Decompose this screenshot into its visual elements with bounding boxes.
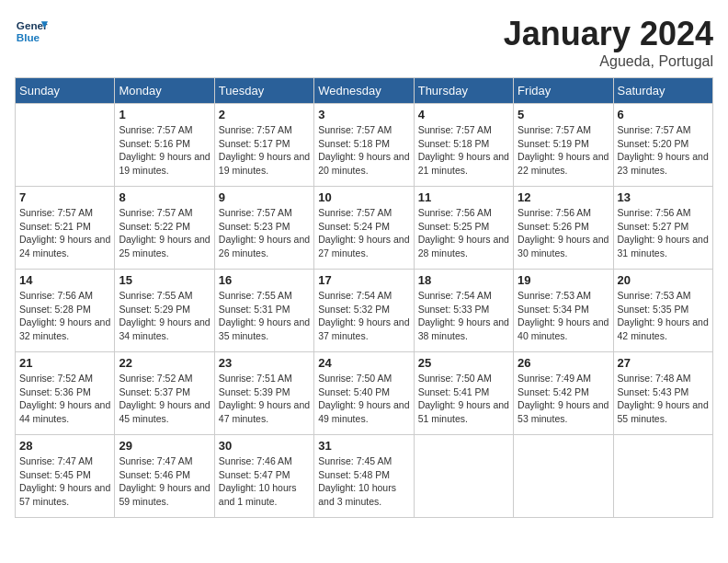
day-info: Sunrise: 7:57 AMSunset: 5:17 PMDaylight:… [219,123,310,178]
day-info: Sunrise: 7:57 AMSunset: 5:19 PMDaylight:… [518,123,609,178]
calendar-cell: 10Sunrise: 7:57 AMSunset: 5:24 PMDayligh… [314,187,414,270]
day-number: 6 [618,108,709,121]
day-info: Sunrise: 7:53 AMSunset: 5:35 PMDaylight:… [618,289,709,343]
logo-icon: General Blue [15,15,48,48]
day-number: 29 [119,439,210,453]
day-number: 7 [19,190,110,204]
calendar-cell: 7Sunrise: 7:57 AMSunset: 5:21 PMDaylight… [16,187,115,270]
day-number: 25 [418,356,509,370]
day-number: 19 [518,273,609,287]
day-info: Sunrise: 7:54 AMSunset: 5:32 PMDaylight:… [318,289,409,343]
calendar-cell: 24Sunrise: 7:50 AMSunset: 5:40 PMDayligh… [314,352,414,435]
calendar-cell [16,104,115,187]
calendar-cell: 26Sunrise: 7:49 AMSunset: 5:42 PMDayligh… [514,352,613,435]
day-number: 17 [318,273,409,287]
page-header: General Blue January 2024 Agueda, Portug… [15,15,713,70]
calendar-cell: 11Sunrise: 7:56 AMSunset: 5:25 PMDayligh… [414,187,513,270]
day-info: Sunrise: 7:57 AMSunset: 5:18 PMDaylight:… [418,123,509,178]
day-info: Sunrise: 7:56 AMSunset: 5:28 PMDaylight:… [19,289,110,343]
day-info: Sunrise: 7:51 AMSunset: 5:39 PMDaylight:… [219,372,310,426]
day-number: 16 [219,273,310,287]
day-info: Sunrise: 7:55 AMSunset: 5:29 PMDaylight:… [119,289,210,343]
calendar-week-row: 14Sunrise: 7:56 AMSunset: 5:28 PMDayligh… [16,270,713,352]
calendar-cell: 21Sunrise: 7:52 AMSunset: 5:36 PMDayligh… [16,352,115,435]
calendar-cell: 2Sunrise: 7:57 AMSunset: 5:17 PMDaylight… [214,104,313,187]
day-info: Sunrise: 7:57 AMSunset: 5:22 PMDaylight:… [119,206,210,260]
day-number: 10 [318,190,409,204]
col-tuesday: Tuesday [214,78,313,104]
day-info: Sunrise: 7:52 AMSunset: 5:36 PMDaylight:… [19,372,110,426]
calendar-cell: 13Sunrise: 7:56 AMSunset: 5:27 PMDayligh… [613,187,712,270]
day-info: Sunrise: 7:46 AMSunset: 5:47 PMDaylight:… [219,454,310,509]
day-info: Sunrise: 7:57 AMSunset: 5:16 PMDaylight:… [119,123,210,178]
day-number: 28 [19,439,110,453]
location: Agueda, Portugal [504,53,713,70]
calendar-week-row: 1Sunrise: 7:57 AMSunset: 5:16 PMDaylight… [16,104,713,187]
calendar-cell: 16Sunrise: 7:55 AMSunset: 5:31 PMDayligh… [214,270,313,352]
calendar-cell: 12Sunrise: 7:56 AMSunset: 5:26 PMDayligh… [514,187,613,270]
calendar-cell: 31Sunrise: 7:45 AMSunset: 5:48 PMDayligh… [314,435,414,518]
day-info: Sunrise: 7:47 AMSunset: 5:46 PMDaylight:… [119,454,210,509]
day-number: 20 [618,273,709,287]
calendar-week-row: 21Sunrise: 7:52 AMSunset: 5:36 PMDayligh… [16,352,713,435]
day-number: 18 [418,273,509,287]
day-info: Sunrise: 7:57 AMSunset: 5:23 PMDaylight:… [219,206,310,260]
day-number: 8 [119,190,210,204]
day-info: Sunrise: 7:56 AMSunset: 5:26 PMDaylight:… [518,206,609,260]
day-info: Sunrise: 7:50 AMSunset: 5:41 PMDaylight:… [418,372,509,426]
day-number: 12 [518,190,609,204]
day-number: 4 [418,108,509,121]
col-monday: Monday [115,78,214,104]
day-info: Sunrise: 7:47 AMSunset: 5:45 PMDaylight:… [19,454,110,509]
calendar-cell: 8Sunrise: 7:57 AMSunset: 5:22 PMDaylight… [115,187,214,270]
calendar-cell: 1Sunrise: 7:57 AMSunset: 5:16 PMDaylight… [115,104,214,187]
calendar-cell: 15Sunrise: 7:55 AMSunset: 5:29 PMDayligh… [115,270,214,352]
col-sunday: Sunday [16,78,115,104]
calendar-cell: 27Sunrise: 7:48 AMSunset: 5:43 PMDayligh… [613,352,712,435]
day-info: Sunrise: 7:57 AMSunset: 5:20 PMDaylight:… [618,123,709,178]
day-info: Sunrise: 7:57 AMSunset: 5:24 PMDaylight:… [318,206,409,260]
calendar-cell: 4Sunrise: 7:57 AMSunset: 5:18 PMDaylight… [414,104,513,187]
calendar-cell: 23Sunrise: 7:51 AMSunset: 5:39 PMDayligh… [214,352,313,435]
calendar-cell: 25Sunrise: 7:50 AMSunset: 5:41 PMDayligh… [414,352,513,435]
day-number: 30 [219,439,310,453]
day-info: Sunrise: 7:50 AMSunset: 5:40 PMDaylight:… [318,372,409,426]
day-info: Sunrise: 7:52 AMSunset: 5:37 PMDaylight:… [119,372,210,426]
calendar-cell: 17Sunrise: 7:54 AMSunset: 5:32 PMDayligh… [314,270,414,352]
calendar-cell: 14Sunrise: 7:56 AMSunset: 5:28 PMDayligh… [16,270,115,352]
day-number: 21 [19,356,110,370]
day-number: 9 [219,190,310,204]
day-number: 5 [518,108,609,121]
day-info: Sunrise: 7:56 AMSunset: 5:27 PMDaylight:… [618,206,709,260]
day-info: Sunrise: 7:55 AMSunset: 5:31 PMDaylight:… [219,289,310,343]
day-info: Sunrise: 7:48 AMSunset: 5:43 PMDaylight:… [618,372,709,426]
calendar-week-row: 7Sunrise: 7:57 AMSunset: 5:21 PMDaylight… [16,187,713,270]
calendar-cell: 9Sunrise: 7:57 AMSunset: 5:23 PMDaylight… [214,187,313,270]
svg-text:Blue: Blue [17,31,40,43]
month-title: January 2024 [504,15,713,53]
day-info: Sunrise: 7:49 AMSunset: 5:42 PMDaylight:… [518,372,609,426]
day-number: 15 [119,273,210,287]
calendar-cell [514,435,613,518]
day-number: 27 [618,356,709,370]
calendar-cell: 5Sunrise: 7:57 AMSunset: 5:19 PMDaylight… [514,104,613,187]
day-info: Sunrise: 7:57 AMSunset: 5:18 PMDaylight:… [318,123,409,178]
column-header-row: Sunday Monday Tuesday Wednesday Thursday… [16,78,713,104]
title-block: January 2024 Agueda, Portugal [504,15,713,70]
calendar-cell: 18Sunrise: 7:54 AMSunset: 5:33 PMDayligh… [414,270,513,352]
day-info: Sunrise: 7:54 AMSunset: 5:33 PMDaylight:… [418,289,509,343]
day-info: Sunrise: 7:56 AMSunset: 5:25 PMDaylight:… [418,206,509,260]
calendar-cell: 20Sunrise: 7:53 AMSunset: 5:35 PMDayligh… [613,270,712,352]
calendar-cell [414,435,513,518]
calendar-cell: 29Sunrise: 7:47 AMSunset: 5:46 PMDayligh… [115,435,214,518]
day-info: Sunrise: 7:45 AMSunset: 5:48 PMDaylight:… [318,454,409,509]
day-info: Sunrise: 7:57 AMSunset: 5:21 PMDaylight:… [19,206,110,260]
calendar-cell: 6Sunrise: 7:57 AMSunset: 5:20 PMDaylight… [613,104,712,187]
calendar-week-row: 28Sunrise: 7:47 AMSunset: 5:45 PMDayligh… [16,435,713,518]
day-number: 22 [119,356,210,370]
col-thursday: Thursday [414,78,513,104]
calendar-cell: 22Sunrise: 7:52 AMSunset: 5:37 PMDayligh… [115,352,214,435]
day-info: Sunrise: 7:53 AMSunset: 5:34 PMDaylight:… [518,289,609,343]
day-number: 31 [318,439,409,453]
day-number: 14 [19,273,110,287]
